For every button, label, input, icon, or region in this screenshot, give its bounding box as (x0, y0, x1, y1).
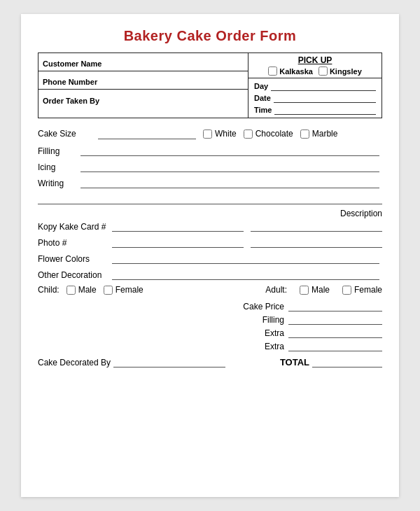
kalkaska-checkbox[interactable] (268, 66, 277, 76)
bottom-row: Cake Decorated By TOTAL (38, 357, 382, 368)
child-female-label[interactable]: Female (104, 285, 144, 295)
writing-field[interactable] (80, 177, 379, 188)
kopy-kake-row: Kopy Kake Card # (38, 220, 382, 232)
phone-number-label: Phone Number (43, 78, 97, 86)
pickup-label: PICK UP (298, 55, 332, 65)
other-decoration-row: Other Decoration (38, 269, 382, 280)
child-male-text: Male (78, 285, 97, 295)
kalkaska-label: Kalkaska (279, 67, 313, 76)
white-checkbox[interactable] (203, 130, 212, 139)
kingsley-checkbox-label[interactable]: Kingsley (318, 66, 362, 76)
flavor-checkboxes: White Chocolate Marble (203, 129, 337, 139)
day-label: Day (254, 82, 268, 90)
adult-label: Adult: (265, 285, 287, 295)
adult-female-text: Female (354, 285, 382, 295)
photo-field[interactable] (112, 237, 244, 248)
filling-row: Filling (38, 145, 382, 156)
kopy-kake-label: Kopy Kake Card # (38, 222, 108, 232)
description-header: Description (38, 209, 382, 218)
cake-decorated-label: Cake Decorated By (38, 358, 111, 368)
day-field[interactable] (271, 81, 376, 91)
child-female-checkbox[interactable] (104, 286, 113, 295)
cake-decorated-by-row: Cake Decorated By (38, 358, 225, 368)
total-row: TOTAL (280, 357, 382, 368)
adult-male-label[interactable]: Male (300, 285, 330, 295)
customer-name-row: Customer Name (38, 53, 248, 71)
photo-row: Photo # (38, 237, 382, 248)
cake-price-field[interactable] (288, 302, 382, 312)
extra2-row: Extra (228, 342, 382, 351)
photo-desc-field[interactable] (251, 237, 382, 248)
description-section: Description Kopy Kake Card # Photo # Flo… (38, 209, 382, 280)
date-row: Date (254, 93, 376, 103)
kingsley-label: Kingsley (330, 67, 362, 76)
marble-checkbox-label[interactable]: Marble (300, 129, 338, 139)
flower-colors-label: Flower Colors (38, 254, 108, 264)
child-male-label[interactable]: Male (66, 285, 97, 295)
adult-male-checkbox[interactable] (300, 286, 309, 295)
extra1-row: Extra (228, 328, 382, 338)
extra2-field[interactable] (288, 342, 382, 351)
kingsley-checkbox[interactable] (318, 66, 328, 76)
filling-field[interactable] (80, 145, 379, 156)
adult-female-checkbox[interactable] (342, 286, 351, 295)
other-decoration-field[interactable] (112, 269, 379, 280)
photo-label: Photo # (38, 238, 108, 248)
chocolate-checkbox-label[interactable]: Chocolate (244, 129, 293, 139)
child-female-text: Female (115, 285, 144, 295)
flower-colors-field[interactable] (112, 253, 379, 264)
pickup-header: PICK UP Kalkaska Kingsley (248, 53, 382, 78)
white-label: White (215, 129, 237, 139)
filling-price-field[interactable] (288, 315, 382, 325)
white-checkbox-label[interactable]: White (203, 129, 237, 139)
filling-price-row: Filling (228, 315, 382, 325)
kopy-kake-desc-field[interactable] (251, 220, 382, 232)
top-info-grid: Customer Name Phone Number Order Taken B… (38, 52, 382, 118)
order-taken-label: Order Taken By (43, 97, 99, 105)
pricing-section: Cake Price Filling Extra Extra (38, 302, 382, 351)
phone-number-row: Phone Number (38, 71, 248, 90)
time-field[interactable] (274, 105, 376, 115)
top-left-fields: Customer Name Phone Number Order Taken B… (38, 53, 248, 118)
writing-extra-field[interactable] (38, 193, 382, 204)
total-field[interactable] (312, 358, 382, 368)
total-label: TOTAL (280, 357, 309, 368)
marble-label: Marble (312, 129, 338, 139)
writing-label: Writing (38, 178, 76, 188)
adult-female-label[interactable]: Female (342, 285, 382, 295)
marble-checkbox[interactable] (300, 130, 309, 139)
date-field[interactable] (274, 93, 376, 103)
adult-male-text: Male (312, 285, 330, 295)
kalkaska-checkbox-label[interactable]: Kalkaska (268, 66, 313, 76)
time-row: Time (254, 105, 376, 115)
extra1-field[interactable] (288, 328, 382, 338)
icing-label: Icing (38, 162, 76, 172)
extra2-label: Extra (228, 342, 284, 351)
icing-row: Icing (38, 161, 382, 172)
icing-field[interactable] (80, 161, 379, 172)
other-decoration-label: Other Decoration (38, 270, 108, 280)
day-row: Day (254, 81, 376, 91)
chocolate-label: Chocolate (255, 129, 293, 139)
pickup-section: PICK UP Kalkaska Kingsley Day (248, 53, 382, 118)
child-label: Child: (38, 285, 59, 295)
cake-decorated-field[interactable] (113, 358, 225, 368)
order-taken-row: Order Taken By (38, 90, 248, 108)
chocolate-checkbox[interactable] (244, 130, 253, 139)
time-label: Time (254, 106, 272, 114)
cake-size-row: Cake Size White Chocolate Marble (38, 128, 382, 139)
cake-price-row: Cake Price (228, 302, 382, 312)
cake-price-label: Cake Price (228, 302, 284, 312)
child-male-checkbox[interactable] (66, 286, 76, 295)
cake-size-field[interactable] (98, 128, 196, 139)
form-title: Bakery Cake Order Form (38, 28, 382, 44)
filling-label: Filling (38, 146, 76, 156)
flower-colors-row: Flower Colors (38, 253, 382, 264)
kopy-kake-field[interactable] (112, 220, 244, 232)
customer-name-label: Customer Name (43, 59, 102, 68)
filling-price-label: Filling (228, 315, 284, 325)
pickup-fields: Day Date Time (248, 78, 382, 118)
cake-size-label: Cake Size (38, 129, 94, 139)
child-adult-row: Child: Male Female Adult: Male Female (38, 285, 382, 295)
date-label: Date (254, 94, 271, 102)
